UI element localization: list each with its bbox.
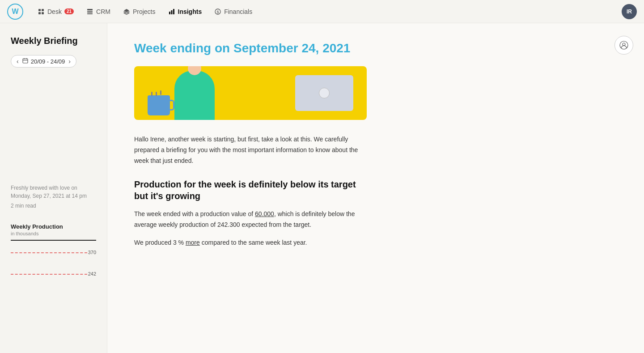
hero-illustration bbox=[134, 66, 367, 120]
svg-rect-4 bbox=[87, 9, 93, 10]
section1-title: Production for the week is definitely be… bbox=[134, 179, 367, 202]
read-time: 2 min read bbox=[11, 203, 96, 209]
nav-insights-label: Insights bbox=[178, 8, 202, 15]
svg-rect-0 bbox=[38, 9, 41, 11]
coffee-cup-illustration bbox=[148, 95, 170, 115]
svg-rect-5 bbox=[87, 11, 93, 12]
nav-item-crm[interactable]: CRM bbox=[81, 5, 116, 18]
sidebar-meta: Freshly brewed with love on Monday, Sep … bbox=[11, 184, 96, 209]
svg-rect-6 bbox=[87, 13, 93, 13]
user-avatar[interactable]: IR bbox=[622, 4, 637, 19]
week-title: Week ending on September 24, 2021 bbox=[134, 41, 617, 55]
laptop-circle bbox=[319, 88, 330, 98]
nav-financials-label: Financials bbox=[224, 8, 252, 15]
dollar-icon: $ bbox=[214, 8, 221, 15]
paragraph2: We produced 3 % more compared to the sam… bbox=[134, 238, 367, 248]
chart-title: Weekly Production bbox=[11, 223, 96, 230]
person-illustration bbox=[174, 71, 215, 120]
svg-rect-13 bbox=[173, 9, 174, 14]
nav-projects-label: Projects bbox=[133, 8, 156, 15]
share-button[interactable] bbox=[614, 36, 633, 55]
chart-line-242 bbox=[11, 274, 87, 275]
main-content: Week ending on September 24, 2021 Hallo … bbox=[107, 23, 644, 353]
nav-desk-label: Desk bbox=[47, 8, 62, 15]
nav-item-financials[interactable]: $ Financials bbox=[209, 5, 258, 18]
production-value-link[interactable]: 60.000 bbox=[255, 210, 274, 217]
chart-area: 370 242 bbox=[11, 248, 96, 284]
nav-item-desk[interactable]: Desk 21 bbox=[32, 5, 79, 18]
nav-crm-label: CRM bbox=[96, 8, 110, 15]
svg-rect-3 bbox=[42, 12, 44, 14]
svg-marker-10 bbox=[124, 13, 129, 15]
weekly-production-chart: Weekly Production in thousands 370 242 bbox=[11, 223, 96, 284]
svg-rect-1 bbox=[42, 9, 44, 11]
brew-date-text: Freshly brewed with love on Monday, Sep … bbox=[11, 184, 96, 200]
more-link[interactable]: more bbox=[186, 239, 200, 246]
prev-week-arrow[interactable]: ‹ bbox=[16, 58, 20, 65]
layers-icon bbox=[123, 8, 130, 15]
date-range-nav[interactable]: ‹ 20/09 - 24/09 › bbox=[11, 55, 76, 68]
next-week-arrow[interactable]: › bbox=[68, 58, 72, 65]
top-navigation: W Desk 21 bbox=[0, 0, 644, 23]
svg-rect-16 bbox=[23, 59, 28, 63]
table-icon bbox=[86, 8, 93, 15]
chart-label-242: 242 bbox=[88, 271, 96, 276]
app-logo[interactable]: W bbox=[7, 4, 23, 20]
svg-rect-7 bbox=[87, 14, 93, 14]
nav-item-insights[interactable]: Insights bbox=[163, 5, 208, 18]
intro-paragraph: Hallo Irene, another week is starting, b… bbox=[134, 134, 367, 166]
desk-badge: 21 bbox=[64, 9, 74, 14]
main-layout: Weekly Briefing ‹ 20/09 - 24/09 › Freshl… bbox=[0, 23, 644, 353]
page-title: Weekly Briefing bbox=[11, 36, 96, 46]
svg-point-21 bbox=[623, 43, 625, 46]
chart-line-370 bbox=[11, 252, 87, 253]
svg-rect-11 bbox=[169, 12, 170, 14]
chart-subtitle: in thousands bbox=[11, 231, 96, 236]
nav-items: Desk 21 CRM bbox=[32, 5, 622, 18]
content-body: Hallo Irene, another week is starting, b… bbox=[134, 134, 367, 248]
sidebar: Weekly Briefing ‹ 20/09 - 24/09 › Freshl… bbox=[0, 23, 107, 353]
avg-production-value: 242.300 bbox=[217, 221, 240, 228]
chart-divider bbox=[11, 240, 96, 241]
calendar-icon bbox=[22, 58, 28, 65]
nav-item-projects[interactable]: Projects bbox=[118, 5, 161, 18]
chart-label-370: 370 bbox=[88, 250, 96, 255]
paragraph1: The week ended with a production value o… bbox=[134, 209, 367, 230]
grid-icon bbox=[38, 8, 45, 15]
laptop-illustration bbox=[295, 75, 353, 111]
svg-text:$: $ bbox=[217, 10, 219, 14]
svg-rect-2 bbox=[38, 12, 41, 14]
date-range-label: 20/09 - 24/09 bbox=[31, 58, 65, 65]
bar-chart-icon bbox=[168, 8, 175, 15]
svg-rect-12 bbox=[171, 10, 172, 14]
